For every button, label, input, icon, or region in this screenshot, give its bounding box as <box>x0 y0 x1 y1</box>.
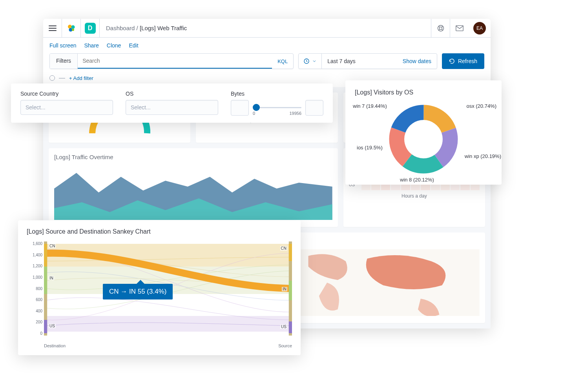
source-country-label: Source Country <box>20 91 113 97</box>
svg-point-5 <box>439 27 442 29</box>
svg-rect-26 <box>289 244 292 261</box>
app-switch[interactable]: D <box>81 19 100 38</box>
donut-title: [Logs] Visitors by OS <box>355 89 492 96</box>
app-header: D Dashboard / [Logs] Web Traffic EA <box>43 19 491 38</box>
svg-line-6 <box>438 26 440 27</box>
traffic-overtime-panel: [Logs] Traffic Overtime <box>49 148 338 227</box>
donut-slice-label: ios (19.5%) <box>357 145 383 151</box>
svg-rect-28 <box>289 321 292 333</box>
dashboard-actions: Full screen Share Clone Edit <box>43 38 491 53</box>
clock-icon <box>303 58 310 64</box>
elastic-logo-icon <box>67 24 76 33</box>
breadcrumb-current: [Logs] Web Traffic <box>140 25 187 31</box>
bytes-min-input[interactable] <box>231 100 249 116</box>
sankey-node: CN <box>280 246 287 250</box>
svg-point-1 <box>71 25 75 29</box>
donut-chart: win 7 (19.44%) osx (20.74%) win xp (20.1… <box>388 104 459 174</box>
elastic-logo[interactable] <box>62 19 81 38</box>
hamburger-icon <box>49 25 57 31</box>
source-country-select[interactable]: Select... <box>20 100 113 115</box>
svg-line-8 <box>438 29 440 30</box>
svg-rect-24 <box>44 320 47 333</box>
slider-min: 0 <box>253 111 255 116</box>
donut-slice-label: osx (20.74%) <box>466 103 496 109</box>
share-link[interactable]: Share <box>84 42 99 49</box>
time-quick-toggle[interactable] <box>299 54 322 69</box>
show-dates-link[interactable]: Show dates <box>403 58 431 64</box>
sankey-node: CN <box>49 244 56 248</box>
controls-card: Source Country Select... OS Select... By… <box>11 83 333 123</box>
svg-rect-22 <box>44 244 47 267</box>
panel-title: [Logs] Traffic Overtime <box>54 154 332 160</box>
filters-button[interactable]: Filters <box>50 54 78 69</box>
query-bar: Filters KQL Last 7 days Show dates Refre… <box>43 53 491 72</box>
visitors-by-os-card: [Logs] Visitors by OS win 7 (19.44%) osx… <box>345 80 502 185</box>
search-group: Filters KQL <box>49 53 294 69</box>
time-range[interactable]: Last 7 days Show dates <box>322 54 437 69</box>
add-filter-link[interactable]: + Add filter <box>69 75 93 81</box>
header-right: EA <box>431 19 491 38</box>
time-range-label: Last 7 days <box>327 58 356 64</box>
svg-rect-27 <box>289 281 292 300</box>
svg-point-0 <box>68 25 72 29</box>
edit-link[interactable]: Edit <box>129 42 138 49</box>
sankey-card: [Logs] Source and Destination Sankey Cha… <box>18 220 301 355</box>
sankey-y-axis: 1,600 1,400 1,200 1,000 800 600 400 200 … <box>27 241 42 336</box>
bytes-max-input[interactable] <box>305 100 323 116</box>
help-icon[interactable] <box>431 19 450 38</box>
sankey-title: [Logs] Source and Destination Sankey Cha… <box>27 228 292 235</box>
svg-line-9 <box>442 29 443 30</box>
sankey-node: US <box>49 324 56 328</box>
sankey-dest-label: Destination <box>44 343 66 348</box>
slider-thumb-icon[interactable] <box>253 104 260 111</box>
sankey-source-label: Source <box>278 343 292 348</box>
sankey-node: IN <box>282 287 287 291</box>
sankey-chart: 1,600 1,400 1,200 1,000 800 600 400 200 … <box>27 241 292 343</box>
os-select[interactable]: Select... <box>126 100 218 115</box>
donut-slice-label: win 7 (19.44%) <box>353 103 387 109</box>
breadcrumb: Dashboard / [Logs] Web Traffic <box>100 25 431 31</box>
source-country-field: Source Country Select... <box>20 91 113 116</box>
refresh-icon <box>449 58 455 64</box>
os-label: OS <box>126 91 218 97</box>
breadcrumb-root[interactable]: Dashboard <box>106 25 135 31</box>
slider-max: 19956 <box>289 111 301 116</box>
breadcrumb-separator: / <box>137 25 138 31</box>
time-picker[interactable]: Last 7 days Show dates <box>298 53 437 69</box>
search-input[interactable] <box>78 54 272 69</box>
os-field: OS Select... <box>126 91 218 116</box>
svg-rect-10 <box>456 25 463 31</box>
area-chart <box>54 165 332 220</box>
bytes-field: Bytes 0 19956 <box>231 91 323 116</box>
sankey-node: IN <box>49 276 54 280</box>
filter-toggle-icon[interactable] <box>49 75 55 81</box>
donut-slice-label: win xp (20.19%) <box>465 153 501 159</box>
nav-toggle[interactable] <box>43 19 62 38</box>
refresh-label: Refresh <box>458 58 477 64</box>
clone-link[interactable]: Clone <box>107 42 121 49</box>
donut-slice-label: win 8 (20.12%) <box>400 177 434 183</box>
bytes-label: Bytes <box>231 91 323 97</box>
user-avatar[interactable]: EA <box>473 22 486 34</box>
svg-line-7 <box>442 26 443 27</box>
bytes-slider[interactable]: 0 19956 <box>253 100 301 116</box>
svg-point-3 <box>72 29 74 31</box>
mail-icon[interactable] <box>450 19 469 38</box>
dashboard-app-icon: D <box>85 23 96 34</box>
sankey-node: US <box>280 325 287 329</box>
fullscreen-link[interactable]: Full screen <box>49 42 76 49</box>
sankey-tooltip: CN → IN 55 (3.4%) <box>103 284 173 299</box>
kql-toggle[interactable]: KQL <box>272 58 293 64</box>
heatmap-xlabel: Hours a day <box>349 193 480 199</box>
svg-rect-23 <box>44 267 47 294</box>
chevron-down-icon <box>312 59 317 64</box>
refresh-button[interactable]: Refresh <box>442 53 484 69</box>
